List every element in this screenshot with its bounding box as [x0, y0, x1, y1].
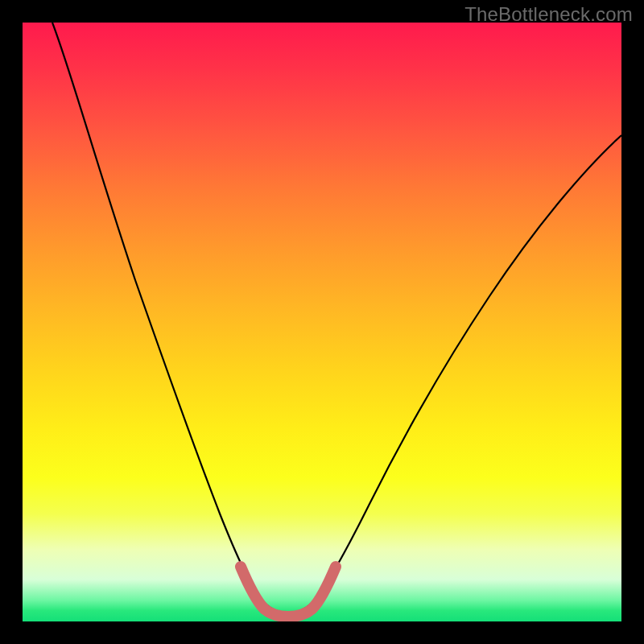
bottleneck-curve: [52, 23, 621, 613]
chart-frame: TheBottleneck.com: [0, 0, 644, 644]
curve-svg: [23, 23, 621, 621]
optimal-range-highlight: [241, 567, 336, 617]
plot-area: [23, 23, 621, 621]
